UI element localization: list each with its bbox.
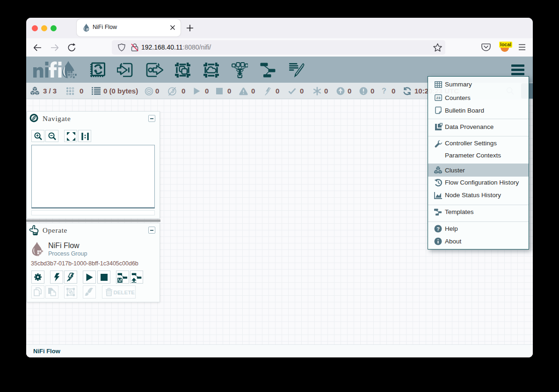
svg-text:?: ? [436, 226, 440, 231]
svg-text:23: 23 [436, 96, 441, 100]
